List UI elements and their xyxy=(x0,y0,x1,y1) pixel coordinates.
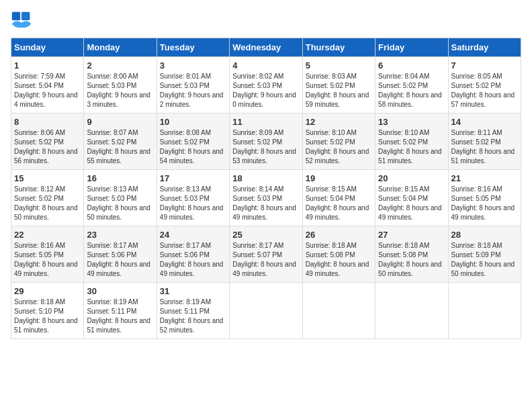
day-number: 25 xyxy=(232,230,299,240)
calendar-cell: 17Sunrise: 8:13 AMSunset: 5:03 PMDayligh… xyxy=(157,170,229,226)
weekday-header: Monday xyxy=(84,38,157,57)
day-number: 3 xyxy=(160,60,226,71)
calendar-cell: 3Sunrise: 8:01 AMSunset: 5:03 PMDaylight… xyxy=(157,57,229,113)
calendar-cell: 6Sunrise: 8:04 AMSunset: 5:02 PMDaylight… xyxy=(375,57,448,113)
calendar-cell: 26Sunrise: 8:18 AMSunset: 5:08 PMDayligh… xyxy=(302,226,375,283)
calendar-cell: 8Sunrise: 8:06 AMSunset: 5:02 PMDaylight… xyxy=(11,113,84,170)
day-number: 11 xyxy=(232,117,299,127)
calendar-cell: 2Sunrise: 8:00 AMSunset: 5:03 PMDaylight… xyxy=(84,57,157,113)
day-number: 12 xyxy=(306,117,372,127)
svg-rect-0 xyxy=(12,12,20,20)
calendar-cell: 5Sunrise: 8:03 AMSunset: 5:02 PMDaylight… xyxy=(302,57,375,113)
cell-details: Sunrise: 8:16 AMSunset: 5:05 PMDaylight:… xyxy=(14,241,81,279)
calendar-cell: 12Sunrise: 8:10 AMSunset: 5:02 PMDayligh… xyxy=(302,113,375,170)
cell-details: Sunrise: 8:03 AMSunset: 5:02 PMDaylight:… xyxy=(306,72,372,109)
day-number: 1 xyxy=(14,60,81,71)
day-number: 20 xyxy=(378,173,445,183)
page-header xyxy=(11,11,521,32)
cell-details: Sunrise: 8:17 AMSunset: 5:06 PMDaylight:… xyxy=(160,241,226,279)
cell-details: Sunrise: 8:18 AMSunset: 5:08 PMDaylight:… xyxy=(378,241,445,279)
cell-details: Sunrise: 8:19 AMSunset: 5:11 PMDaylight:… xyxy=(160,298,226,335)
cell-details: Sunrise: 8:07 AMSunset: 5:02 PMDaylight:… xyxy=(87,128,153,166)
cell-details: Sunrise: 8:08 AMSunset: 5:02 PMDaylight:… xyxy=(160,128,226,166)
calendar-cell: 24Sunrise: 8:17 AMSunset: 5:06 PMDayligh… xyxy=(157,226,229,283)
calendar-cell xyxy=(230,283,302,339)
day-number: 23 xyxy=(87,230,153,240)
calendar-cell: 22Sunrise: 8:16 AMSunset: 5:05 PMDayligh… xyxy=(11,226,84,283)
calendar-cell: 7Sunrise: 8:05 AMSunset: 5:02 PMDaylight… xyxy=(448,57,521,113)
calendar-cell: 31Sunrise: 8:19 AMSunset: 5:11 PMDayligh… xyxy=(157,283,229,339)
cell-details: Sunrise: 8:16 AMSunset: 5:05 PMDaylight:… xyxy=(451,185,518,222)
day-number: 29 xyxy=(14,286,81,296)
day-number: 7 xyxy=(451,60,518,71)
day-number: 21 xyxy=(451,173,518,183)
day-number: 19 xyxy=(306,173,372,183)
calendar-cell: 23Sunrise: 8:17 AMSunset: 5:06 PMDayligh… xyxy=(84,226,157,283)
cell-details: Sunrise: 8:15 AMSunset: 5:04 PMDaylight:… xyxy=(378,185,445,222)
weekday-header: Friday xyxy=(375,38,448,57)
day-number: 6 xyxy=(378,60,445,71)
weekday-header: Saturday xyxy=(448,38,521,57)
calendar-cell xyxy=(375,283,448,339)
cell-details: Sunrise: 8:17 AMSunset: 5:06 PMDaylight:… xyxy=(87,241,153,279)
day-number: 27 xyxy=(378,230,445,240)
calendar-cell: 28Sunrise: 8:18 AMSunset: 5:09 PMDayligh… xyxy=(448,226,521,283)
weekday-header: Wednesday xyxy=(230,38,302,57)
cell-details: Sunrise: 8:14 AMSunset: 5:03 PMDaylight:… xyxy=(232,185,299,222)
calendar-cell: 15Sunrise: 8:12 AMSunset: 5:02 PMDayligh… xyxy=(11,170,84,226)
day-number: 28 xyxy=(451,230,518,240)
cell-details: Sunrise: 8:11 AMSunset: 5:02 PMDaylight:… xyxy=(451,128,518,166)
calendar-cell: 16Sunrise: 8:13 AMSunset: 5:03 PMDayligh… xyxy=(84,170,157,226)
cell-details: Sunrise: 8:00 AMSunset: 5:03 PMDaylight:… xyxy=(87,72,153,109)
weekday-header: Tuesday xyxy=(157,38,229,57)
cell-details: Sunrise: 8:18 AMSunset: 5:10 PMDaylight:… xyxy=(14,298,81,335)
calendar-cell: 21Sunrise: 8:16 AMSunset: 5:05 PMDayligh… xyxy=(448,170,521,226)
cell-details: Sunrise: 8:10 AMSunset: 5:02 PMDaylight:… xyxy=(306,128,372,166)
cell-details: Sunrise: 8:18 AMSunset: 5:08 PMDaylight:… xyxy=(306,241,372,279)
cell-details: Sunrise: 8:06 AMSunset: 5:02 PMDaylight:… xyxy=(14,128,81,166)
day-number: 26 xyxy=(306,230,372,240)
day-number: 15 xyxy=(14,173,81,183)
cell-details: Sunrise: 7:59 AMSunset: 5:04 PMDaylight:… xyxy=(14,72,81,109)
cell-details: Sunrise: 8:10 AMSunset: 5:02 PMDaylight:… xyxy=(378,128,445,166)
cell-details: Sunrise: 8:04 AMSunset: 5:02 PMDaylight:… xyxy=(378,72,445,109)
day-number: 16 xyxy=(87,173,153,183)
calendar-cell: 1Sunrise: 7:59 AMSunset: 5:04 PMDaylight… xyxy=(11,57,84,113)
cell-details: Sunrise: 8:09 AMSunset: 5:02 PMDaylight:… xyxy=(232,128,299,166)
logo-icon xyxy=(11,11,32,32)
day-number: 31 xyxy=(160,286,226,296)
cell-details: Sunrise: 8:13 AMSunset: 5:03 PMDaylight:… xyxy=(87,185,153,222)
weekday-header: Sunday xyxy=(11,38,84,57)
day-number: 17 xyxy=(160,173,226,183)
day-number: 18 xyxy=(232,173,299,183)
calendar-cell xyxy=(302,283,375,339)
calendar-cell xyxy=(448,283,521,339)
calendar-cell: 10Sunrise: 8:08 AMSunset: 5:02 PMDayligh… xyxy=(157,113,229,170)
calendar-table: SundayMondayTuesdayWednesdayThursdayFrid… xyxy=(11,38,521,339)
day-number: 2 xyxy=(87,60,153,71)
logo xyxy=(11,11,35,32)
day-number: 14 xyxy=(451,117,518,127)
svg-rect-1 xyxy=(21,12,30,20)
cell-details: Sunrise: 8:01 AMSunset: 5:03 PMDaylight:… xyxy=(160,72,226,109)
calendar-cell: 13Sunrise: 8:10 AMSunset: 5:02 PMDayligh… xyxy=(375,113,448,170)
weekday-header: Thursday xyxy=(302,38,375,57)
calendar-cell: 4Sunrise: 8:02 AMSunset: 5:03 PMDaylight… xyxy=(230,57,302,113)
cell-details: Sunrise: 8:02 AMSunset: 5:03 PMDaylight:… xyxy=(232,72,299,109)
calendar-cell: 30Sunrise: 8:19 AMSunset: 5:11 PMDayligh… xyxy=(84,283,157,339)
day-number: 13 xyxy=(378,117,445,127)
calendar-cell: 20Sunrise: 8:15 AMSunset: 5:04 PMDayligh… xyxy=(375,170,448,226)
day-number: 22 xyxy=(14,230,81,240)
cell-details: Sunrise: 8:05 AMSunset: 5:02 PMDaylight:… xyxy=(451,72,518,109)
day-number: 30 xyxy=(87,286,153,296)
calendar-cell: 19Sunrise: 8:15 AMSunset: 5:04 PMDayligh… xyxy=(302,170,375,226)
day-number: 24 xyxy=(160,230,226,240)
cell-details: Sunrise: 8:13 AMSunset: 5:03 PMDaylight:… xyxy=(160,185,226,222)
day-number: 5 xyxy=(306,60,372,71)
day-number: 9 xyxy=(87,117,153,127)
cell-details: Sunrise: 8:15 AMSunset: 5:04 PMDaylight:… xyxy=(306,185,372,222)
cell-details: Sunrise: 8:12 AMSunset: 5:02 PMDaylight:… xyxy=(14,185,81,222)
calendar-cell: 11Sunrise: 8:09 AMSunset: 5:02 PMDayligh… xyxy=(230,113,302,170)
day-number: 4 xyxy=(232,60,299,71)
cell-details: Sunrise: 8:17 AMSunset: 5:07 PMDaylight:… xyxy=(232,241,299,279)
